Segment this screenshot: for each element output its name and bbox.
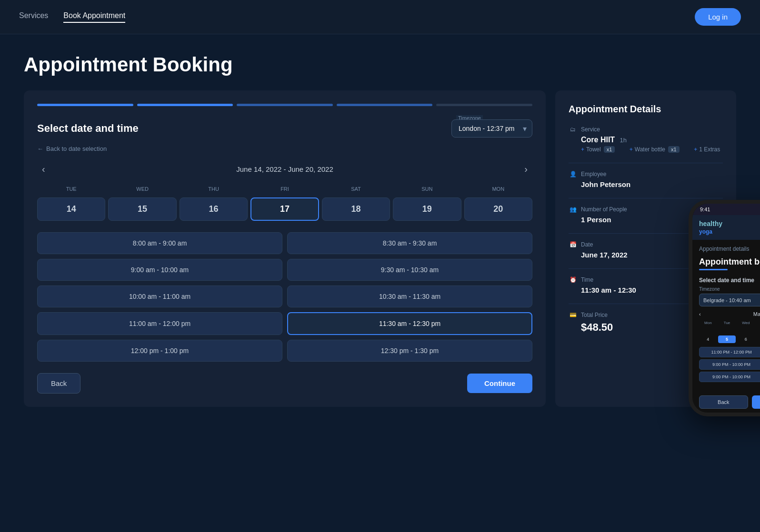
employee-name: John Peterson [569, 180, 723, 188]
phone-continue-button[interactable]: Continue [752, 395, 760, 409]
date-19[interactable]: 19 [393, 197, 461, 221]
employee-label: 👤 Employee [569, 170, 723, 178]
continue-button[interactable]: Continue [467, 374, 532, 393]
phone-appt-details-bar: Appointment details ▾ [699, 246, 760, 252]
slot-4[interactable]: 10:00 am - 11:00 am [37, 286, 282, 307]
people-icon: 👥 [569, 205, 577, 214]
calendar-nav: ‹ June 14, 2022 - June 20, 2022 › [37, 162, 532, 177]
page-content: Appointment Booking Select date and time… [0, 34, 760, 426]
day-wed: WED [108, 184, 176, 194]
service-icon: 🗂 [569, 125, 577, 134]
slot-2[interactable]: 9:00 am - 10:00 am [37, 259, 282, 281]
progress-4 [337, 104, 433, 106]
day-thu: THU [180, 184, 248, 194]
phone-prev-btn[interactable]: ‹ [699, 311, 701, 317]
login-button[interactable]: Log in [695, 8, 741, 26]
other-extras: + 1 Extras [681, 146, 720, 153]
back-link-label: Back to date selection [46, 145, 107, 152]
price-icon: 💳 [569, 311, 577, 319]
phone-cal-month: May 2020 [753, 311, 760, 317]
date-14[interactable]: 14 [37, 197, 105, 221]
timezone-wrapper: Timezone London - 12:37 pm ▾ [451, 119, 532, 138]
datetime-header: Select date and time Timezone London - 1… [37, 119, 532, 138]
slot-3[interactable]: 9:30 am - 10:30 am [287, 259, 532, 281]
nav-book-appointment[interactable]: Book Appointment [63, 11, 125, 23]
date-17[interactable]: 17 [250, 197, 319, 221]
service-name: Core HIIT 1h [569, 136, 723, 144]
phone-sub-title: Select date and time [699, 277, 760, 284]
day-mon: MON [464, 184, 532, 194]
day-sun: SUN [393, 184, 461, 194]
slot-0[interactable]: 8:00 am - 9:00 am [37, 232, 282, 254]
slot-7[interactable]: 11:30 am - 12:30 pm [287, 312, 532, 335]
left-panel: Select date and time Timezone London - 1… [24, 90, 546, 407]
phone-back-button[interactable]: Back [699, 395, 748, 409]
phone-calendar-headers: Mon Tue Wed Thu Fri Sat Sun 1 2 3 [699, 320, 760, 343]
service-detail: 🗂 Service Core HIIT 1h + Towel x1 + Wate… [569, 125, 723, 153]
main-layout: Select date and time Timezone London - 1… [24, 90, 736, 407]
ph-d-5[interactable]: 5 [718, 335, 736, 343]
progress-1 [37, 104, 133, 106]
phone-footer: Back Continue [692, 392, 760, 413]
slot-6[interactable]: 11:00 am - 12:00 pm [37, 312, 282, 335]
prev-week-button[interactable]: ‹ [37, 162, 50, 177]
towel-qty: x1 [604, 146, 615, 153]
service-label: 🗂 Service [569, 125, 723, 134]
slot-1[interactable]: 8:30 am - 9:30 am [287, 232, 532, 254]
phone-cal-nav: ‹ May 2020 › [699, 311, 760, 317]
water-qty: x1 [668, 146, 680, 153]
phone-time: 9:41 [700, 207, 710, 212]
panel-footer: Back Continue [37, 373, 532, 394]
arrow-left-icon: ← [37, 145, 43, 152]
phone-section-title: Appointment booking [699, 257, 760, 267]
service-duration: 1h [620, 137, 627, 144]
ph-d-7[interactable]: 7 [756, 335, 760, 343]
phone-underline [699, 269, 728, 270]
navbar: Services Book Appointment Log in [0, 0, 760, 34]
right-panel: Appointment Details 🗂 Service Core HIIT … [555, 90, 736, 407]
clock-icon: ⏰ [569, 276, 577, 284]
appt-details-title: Appointment Details [569, 104, 723, 115]
calendar-icon: 📅 [569, 240, 577, 249]
day-tue: TUE [37, 184, 105, 194]
date-20[interactable]: 20 [464, 197, 532, 221]
phone-mockup: 9:41 ▮▮▮ ≋ 🔋 healthy yoga → ☰ [689, 200, 760, 416]
employee-detail: 👤 Employee John Peterson [569, 170, 723, 188]
phone-tz-select[interactable]: Belgrade - 10:40 am ▾ [699, 294, 760, 306]
ph-day-thu: Thu [756, 320, 760, 326]
nav-links: Services Book Appointment [19, 11, 695, 23]
nav-services[interactable]: Services [19, 11, 48, 23]
date-18[interactable]: 18 [322, 197, 390, 221]
calendar-day-headers: TUE WED THU FRI SAT SUN MON [37, 184, 532, 194]
ph-slot-2[interactable]: 9:00 PM - 10:00 PM [699, 359, 760, 370]
ph-d-4[interactable]: 4 [699, 335, 717, 343]
ph-day-mon: Mon [699, 320, 717, 326]
day-sat: SAT [322, 184, 390, 194]
water-bottle-extra: + Water bottle x1 [617, 146, 680, 153]
phone-tz-label: Timezone [699, 286, 760, 292]
ph-d-blank2 [718, 327, 736, 335]
ph-slot-0[interactable]: 11:00 PM - 12:00 PM [699, 347, 760, 357]
progress-5 [436, 104, 532, 106]
progress-2 [137, 104, 233, 106]
ph-d-blank1 [699, 327, 717, 335]
phone-status-bar: 9:41 ▮▮▮ ≋ 🔋 [692, 204, 760, 215]
next-week-button[interactable]: › [520, 162, 532, 177]
ph-d-blank3 [737, 327, 755, 335]
progress-bar [37, 104, 532, 106]
back-to-date-link[interactable]: ← Back to date selection [37, 145, 532, 152]
slot-8[interactable]: 12:00 pm - 1:00 pm [37, 340, 282, 362]
slot-9[interactable]: 12:30 pm - 1:30 pm [287, 340, 532, 362]
calendar-range: June 14, 2022 - June 20, 2022 [236, 165, 333, 173]
ph-slot-4[interactable]: 9:00 PM - 10:00 PM [699, 372, 760, 382]
day-fri: FRI [250, 184, 319, 194]
date-15[interactable]: 15 [108, 197, 176, 221]
phone-navbar: healthy yoga → ☰ [692, 215, 760, 240]
timezone-select[interactable]: London - 12:37 pm [451, 119, 532, 138]
ph-d-6[interactable]: 6 [737, 335, 755, 343]
date-16[interactable]: 16 [180, 197, 248, 221]
towel-extra: + Towel x1 [569, 146, 615, 153]
section-title: Select date and time [37, 122, 139, 135]
back-button[interactable]: Back [37, 373, 80, 394]
slot-5[interactable]: 10:30 am - 11:30 am [287, 286, 532, 307]
